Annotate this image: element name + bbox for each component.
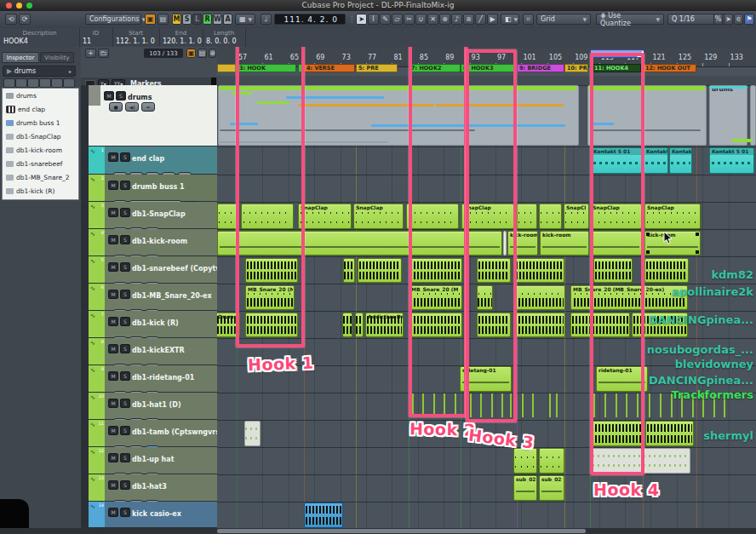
color-tool-dropdown[interactable]: ◧▼ [501, 14, 519, 25]
visibility-item[interactable]: drumb buss 1 [3, 116, 78, 129]
hat-event-tick[interactable] [660, 393, 662, 417]
inspector-track-dropdown[interactable]: ▶ drums▸ [3, 66, 76, 77]
track-button[interactable]: M [108, 262, 118, 272]
midi-region[interactable]: Kontakt 5 01 [709, 147, 754, 174]
selection-handle[interactable] [646, 233, 650, 236]
track-button[interactable]: M [108, 235, 118, 244]
track-button[interactable]: S [120, 344, 130, 353]
track-button[interactable]: = [141, 102, 155, 112]
hat-event-tick[interactable] [649, 393, 650, 417]
track-header-db1-hat3[interactable]: ∿13MSdb1-hat3●◄)e [81, 474, 217, 502]
track-header-drumb-buss-1[interactable]: ∿2MSdrumb buss 1eVolume0.00RW [81, 175, 217, 202]
track-name[interactable]: db1-ridetang-01 [132, 374, 194, 382]
tool-button-5[interactable]: ∪ [415, 14, 427, 25]
horizontal-scrollbar[interactable] [0, 528, 756, 534]
filter-button-1[interactable] [15, 78, 27, 88]
audio-region[interactable] [304, 502, 343, 528]
info-field-start[interactable]: Start112. 1. 1. 0 [112, 28, 160, 47]
filter-button-4[interactable] [51, 78, 63, 88]
track-button[interactable]: S [120, 208, 130, 217]
marker-5: PRE[interactable]: 5: PRE [356, 64, 398, 72]
redo-icon[interactable]: ⟳ [19, 14, 31, 25]
selection-handle[interactable] [646, 250, 650, 254]
automation-a-button[interactable]: A [223, 14, 232, 25]
audio-region[interactable]: sub_02 (h [513, 475, 537, 501]
visibility-item[interactable]: db1-snarebeef [3, 157, 78, 170]
marker-4: VERSE[interactable]: 4: VERSE [304, 64, 355, 72]
visibility-item[interactable]: db1-kick-room [3, 143, 78, 157]
track-button[interactable]: S [120, 181, 130, 190]
monitor-icon[interactable]: ▤ [158, 14, 169, 25]
tool-button-4[interactable]: ✂ [404, 14, 415, 25]
track-name[interactable]: db1-hat1 (D) [132, 401, 181, 409]
hat-event-tick[interactable] [556, 393, 558, 417]
track-button[interactable]: M [108, 399, 118, 408]
audio-region[interactable] [342, 313, 352, 337]
tool-button-7[interactable]: ⊕ [439, 14, 450, 25]
automation-w-button[interactable]: W [213, 14, 222, 25]
track-button[interactable]: S [120, 290, 130, 299]
track-name[interactable]: drumb buss 1 [132, 183, 185, 191]
tab-visibility[interactable]: Visibility [40, 52, 74, 63]
audio-region[interactable] [355, 313, 364, 337]
track-name[interactable]: db1-MB_Snare_20-ex [132, 292, 212, 300]
track-header-db1-mb-snare-20-ex[interactable]: ∿6MSdb1-MB_Snare_20-ex●◄)e [81, 284, 217, 311]
audio-region[interactable]: SnapClap [298, 204, 352, 229]
selection-handle[interactable] [696, 233, 699, 236]
track-name[interactable]: db1-tamb (Cptswngvrsn) [132, 428, 227, 436]
audio-region[interactable] [517, 204, 537, 229]
track-name[interactable]: db1-kickEXTR [132, 347, 185, 354]
midi-region[interactable]: Kontakt 5 [644, 147, 668, 174]
track-name[interactable]: db1-snarebeef (Copytv1) [132, 265, 228, 273]
snap-icon[interactable]: ⌗ [523, 14, 534, 25]
hat-event-tick[interactable] [522, 393, 524, 417]
audio-region[interactable] [750, 85, 756, 146]
configurations-dropdown[interactable]: Configurations▼ [85, 14, 141, 25]
track-button[interactable]: M [108, 208, 118, 217]
divide-tracklist-icon[interactable]: ▤ [198, 49, 207, 58]
filter-button-3[interactable] [39, 78, 51, 88]
folder-track-drums[interactable]: MSdrums●◄)= [81, 85, 217, 146]
audio-region[interactable] [514, 258, 564, 283]
toolbar-mini-icon-2[interactable]: e [734, 14, 743, 25]
info-field-length[interactable]: Length8. 0. 0. 0 [203, 28, 246, 47]
audio-region[interactable]: drums [709, 85, 747, 146]
track-name[interactable]: db1-hat3 [132, 483, 167, 491]
track-button[interactable]: S [120, 235, 130, 244]
track-button[interactable]: M [108, 317, 118, 326]
scrollbar-thumb[interactable] [217, 529, 586, 533]
audio-region[interactable]: SnapCl [564, 204, 589, 229]
track-name[interactable]: end clap [132, 155, 164, 163]
tool-button-10[interactable]: ╱ [475, 14, 486, 25]
info-field-end[interactable]: End120. 1. 1. 0 [159, 28, 203, 47]
track-button[interactable]: ◄) [125, 102, 139, 112]
camera-icon[interactable]: ▣ [186, 49, 196, 58]
track-header-db1-snapclap[interactable]: ∿3MSdb1-SnapClap●◄)e [81, 202, 217, 229]
tab-inspector[interactable]: Inspector [2, 52, 39, 63]
selection-handle[interactable] [696, 250, 699, 254]
audio-region[interactable]: SnapClap [644, 204, 701, 229]
tool-button-3[interactable]: ▱ [392, 14, 403, 25]
track-name[interactable]: kick casio-ex [132, 510, 181, 518]
marker-10: PRE[interactable]: 10: PRE [564, 64, 588, 72]
track-button[interactable]: M [108, 508, 118, 517]
audio-region[interactable] [513, 448, 537, 474]
audio-region[interactable] [513, 313, 565, 337]
track-button[interactable]: M [108, 426, 118, 435]
metronome-icon[interactable]: ♩ [261, 14, 272, 25]
track-button[interactable]: S [120, 262, 130, 272]
audio-region[interactable]: Addictive Drum [365, 313, 404, 337]
visibility-item[interactable]: end clap [3, 102, 78, 116]
hat-event-tick[interactable] [549, 393, 551, 417]
tool-button-6[interactable]: ✕ [427, 14, 438, 25]
find-track-icon[interactable]: ⊕ [209, 49, 216, 58]
visibility-item[interactable]: db1-kick (R) [3, 184, 78, 198]
track-button[interactable]: M [108, 344, 118, 353]
track-button[interactable]: S [120, 399, 130, 408]
track-header-end-clap[interactable]: ∿1MSend clap●◄)e≡▭ [81, 146, 217, 175]
visibility-item[interactable]: drums [3, 89, 78, 102]
quantize-mode-dropdown[interactable]: ⋕ Use Quantize▼ [596, 14, 664, 25]
tool-button-1[interactable]: Ⅰ [368, 14, 379, 25]
track-name[interactable]: db1-SnapClap [132, 210, 186, 218]
hat-event-tick[interactable] [532, 393, 534, 417]
